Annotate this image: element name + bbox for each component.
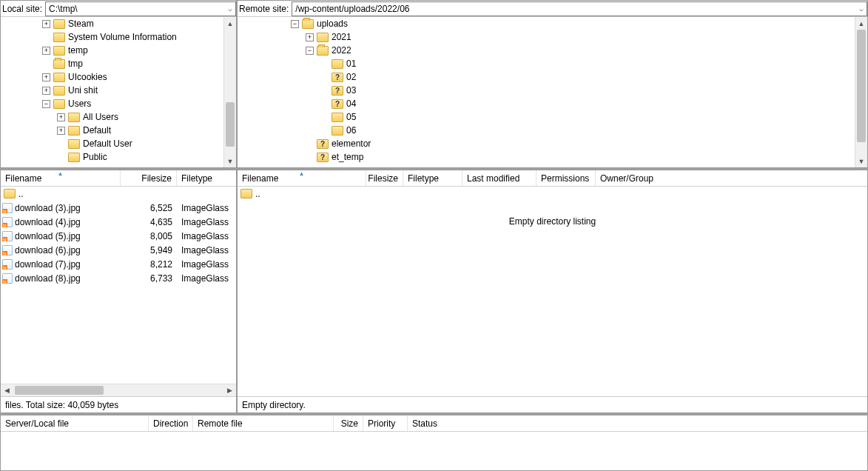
col-filesize[interactable]: Filesize (121, 170, 177, 186)
col-direction[interactable]: Direction (149, 415, 193, 431)
tree-item-label: Uni shit (68, 85, 98, 96)
tree-item[interactable]: +temp (1, 44, 236, 57)
tree-item-label: 05 (346, 112, 356, 122)
scroll-up-icon[interactable]: ▲ (855, 17, 867, 30)
tree-item[interactable]: +Uni shit (1, 84, 236, 97)
expand-icon[interactable]: + (42, 47, 50, 55)
remote-path-value: /wp-content/uploads/2022/06 (295, 4, 409, 14)
col-owner-group[interactable]: Owner/Group (596, 170, 867, 186)
file-row[interactable]: download (4).jpg4,635ImageGlass (1, 215, 236, 229)
expand-icon[interactable]: + (42, 73, 50, 81)
tree-item[interactable]: Public (1, 150, 236, 164)
local-tree[interactable]: +SteamSystem Volume Information+temptmp+… (1, 17, 236, 167)
expand-icon[interactable]: + (57, 113, 65, 121)
sort-asc-icon: ▲ (58, 170, 64, 177)
file-row[interactable]: download (6).jpg5,949ImageGlass (1, 243, 236, 257)
scroll-thumb[interactable] (857, 30, 866, 142)
remote-columns: ▲Filename Filesize Filetype Last modifie… (238, 170, 867, 187)
file-type: ImageGlass (177, 217, 236, 227)
col-filename[interactable]: ▲Filename (1, 170, 121, 186)
col-filetype[interactable]: Filetype (177, 170, 236, 186)
tree-item[interactable]: +All Users (1, 110, 236, 124)
expand-icon[interactable]: + (42, 20, 50, 28)
tree-item[interactable]: elementor (238, 137, 867, 150)
tree-item[interactable]: et_temp (238, 150, 867, 164)
tree-spacer (320, 60, 329, 68)
remote-tree[interactable]: −uploads+2021−2022010203040506elementore… (238, 17, 867, 167)
tree-item[interactable]: 06 (238, 124, 867, 137)
tree-item[interactable]: +Steam (1, 17, 236, 30)
collapse-icon[interactable]: − (306, 47, 314, 55)
scroll-left-icon[interactable]: ◀ (1, 387, 13, 394)
tree-spacer (57, 140, 65, 148)
local-pathbar: Local site: C:\tmp\ ⌵ (1, 1, 236, 17)
image-file-icon (2, 231, 13, 241)
tree-item[interactable]: 02 (238, 70, 867, 84)
tree-item[interactable]: +UIcookies (1, 70, 236, 84)
col-remote-file[interactable]: Remote file (193, 415, 334, 431)
scroll-down-icon[interactable]: ▼ (224, 155, 236, 167)
tree-item[interactable]: Default User (1, 137, 236, 150)
scroll-thumb[interactable] (226, 102, 235, 147)
col-filename[interactable]: ▲Filename (238, 170, 366, 186)
tree-item[interactable]: −uploads (238, 17, 867, 30)
file-row[interactable]: download (3).jpg6,525ImageGlass (1, 201, 236, 215)
remote-path-select[interactable]: /wp-content/uploads/2022/06 ⌵ (292, 1, 867, 16)
file-row[interactable]: download (8).jpg6,733ImageGlass (1, 271, 236, 285)
tree-spacer (320, 127, 329, 135)
collapse-icon[interactable]: − (42, 100, 50, 108)
col-permissions[interactable]: Permissions (536, 170, 596, 186)
col-size[interactable]: Size (334, 415, 363, 431)
file-row[interactable]: download (5).jpg8,005ImageGlass (1, 229, 236, 243)
expand-icon[interactable]: + (57, 127, 65, 135)
image-file-icon (2, 217, 13, 227)
remote-tree-scrollbar[interactable]: ▲ ▼ (855, 17, 867, 167)
folder-icon (53, 46, 65, 56)
local-path-select[interactable]: C:\tmp\ ⌵ (45, 1, 236, 16)
tree-item[interactable]: 05 (238, 110, 867, 124)
unknown-folder-icon (332, 86, 343, 96)
folder-icon (53, 99, 65, 109)
tree-item[interactable]: 04 (238, 97, 867, 110)
col-modified[interactable]: Last modified (462, 170, 536, 186)
tree-item[interactable]: +2021 (238, 30, 867, 44)
folder-icon (4, 189, 16, 198)
tree-item[interactable]: −2022 (238, 44, 867, 57)
file-type: ImageGlass (177, 245, 236, 255)
col-server-local[interactable]: Server/Local file (1, 415, 149, 431)
tree-item-label: All Users (83, 112, 118, 122)
col-priority[interactable]: Priority (363, 415, 408, 431)
file-type: ImageGlass (177, 259, 236, 270)
tree-item[interactable]: −Users (1, 97, 236, 110)
file-row[interactable]: download (7).jpg8,212ImageGlass (1, 257, 236, 271)
tree-item[interactable]: +Default (1, 124, 236, 137)
scroll-thumb[interactable] (15, 386, 104, 395)
parent-dir-row[interactable]: .. (238, 187, 867, 201)
queue-list[interactable] (1, 432, 867, 470)
scroll-up-icon[interactable]: ▲ (224, 17, 236, 30)
tree-item-label: 01 (346, 59, 356, 69)
collapse-icon[interactable]: − (291, 20, 299, 28)
folder-icon (332, 126, 343, 136)
tree-item-label: Steam (68, 19, 94, 29)
scroll-right-icon[interactable]: ▶ (223, 387, 236, 394)
local-list-scrollbar-h[interactable]: ◀ ▶ (1, 384, 236, 396)
expand-icon[interactable]: + (42, 87, 50, 95)
tree-item[interactable]: System Volume Information (1, 30, 236, 44)
tree-item[interactable]: 01 (238, 57, 867, 70)
tree-item[interactable]: 03 (238, 84, 867, 97)
local-files-pane: ▲Filename Filesize Filetype .. download … (0, 170, 237, 413)
remote-file-list[interactable]: .. Empty directory listing (238, 187, 867, 396)
tree-spacer (320, 87, 329, 95)
col-queue-status[interactable]: Status (408, 415, 867, 431)
col-filesize[interactable]: Filesize (366, 170, 403, 186)
scroll-down-icon[interactable]: ▼ (855, 155, 867, 167)
folder-icon (53, 86, 65, 96)
local-file-list[interactable]: .. download (3).jpg6,525ImageGlassdownlo… (1, 187, 236, 396)
col-filetype[interactable]: Filetype (403, 170, 462, 186)
tree-spacer (57, 153, 65, 161)
local-tree-scrollbar[interactable]: ▲ ▼ (223, 17, 236, 167)
expand-icon[interactable]: + (306, 33, 314, 41)
parent-dir-row[interactable]: .. (1, 187, 236, 201)
tree-item[interactable]: tmp (1, 57, 236, 70)
